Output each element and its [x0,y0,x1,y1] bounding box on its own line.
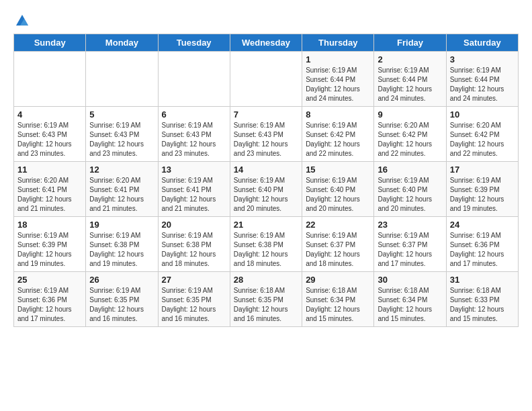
day-number: 9 [378,109,442,120]
calendar-week-row: 18Sunrise: 6:19 AMSunset: 6:39 PMDayligh… [14,217,519,272]
weekday-header: Saturday [446,34,518,52]
day-info: Sunrise: 6:19 AMSunset: 6:40 PMDaylight:… [234,176,298,214]
day-number: 21 [234,220,298,230]
day-info: Sunrise: 6:19 AMSunset: 6:37 PMDaylight:… [306,231,370,269]
calendar-cell: 7Sunrise: 6:19 AMSunset: 6:43 PMDaylight… [230,107,302,162]
page: SundayMondayTuesdayWednesdayThursdayFrid… [0,0,532,334]
day-info: Sunrise: 6:19 AMSunset: 6:40 PMDaylight:… [378,176,442,214]
day-number: 12 [89,165,154,175]
calendar-cell: 15Sunrise: 6:19 AMSunset: 6:40 PMDayligh… [302,162,374,217]
day-number: 10 [450,109,515,120]
day-info: Sunrise: 6:19 AMSunset: 6:36 PMDaylight:… [17,286,82,324]
weekday-header-row: SundayMondayTuesdayWednesdayThursdayFrid… [14,34,519,52]
calendar-cell: 30Sunrise: 6:18 AMSunset: 6:34 PMDayligh… [374,272,446,327]
day-number: 28 [234,275,298,285]
day-info: Sunrise: 6:19 AMSunset: 6:36 PMDaylight:… [450,231,515,269]
calendar-cell: 24Sunrise: 6:19 AMSunset: 6:36 PMDayligh… [446,217,518,272]
day-info: Sunrise: 6:19 AMSunset: 6:37 PMDaylight:… [378,231,442,269]
weekday-header: Sunday [14,34,86,52]
day-info: Sunrise: 6:19 AMSunset: 6:43 PMDaylight:… [17,121,82,158]
calendar-table: SundayMondayTuesdayWednesdayThursdayFrid… [13,34,519,327]
calendar-cell: 27Sunrise: 6:19 AMSunset: 6:35 PMDayligh… [158,272,230,327]
day-info: Sunrise: 6:19 AMSunset: 6:44 PMDaylight:… [306,66,370,103]
day-number: 18 [17,220,82,230]
day-number: 1 [306,54,370,64]
day-info: Sunrise: 6:18 AMSunset: 6:34 PMDaylight:… [306,286,370,324]
day-number: 3 [450,54,515,64]
day-info: Sunrise: 6:18 AMSunset: 6:34 PMDaylight:… [378,286,442,324]
calendar-cell: 19Sunrise: 6:19 AMSunset: 6:38 PMDayligh… [86,217,158,272]
day-info: Sunrise: 6:19 AMSunset: 6:44 PMDaylight:… [450,66,515,103]
calendar-week-row: 11Sunrise: 6:20 AMSunset: 6:41 PMDayligh… [14,162,519,217]
day-number: 22 [306,220,370,230]
day-number: 27 [162,275,226,285]
calendar-cell: 6Sunrise: 6:19 AMSunset: 6:43 PMDaylight… [158,107,230,162]
day-number: 25 [17,275,82,285]
calendar-cell: 20Sunrise: 6:19 AMSunset: 6:38 PMDayligh… [158,217,230,272]
day-number: 17 [450,165,515,175]
day-number: 19 [89,220,154,230]
weekday-header: Monday [86,34,158,52]
calendar-cell: 8Sunrise: 6:19 AMSunset: 6:42 PMDaylight… [302,107,374,162]
day-number: 15 [306,165,370,175]
day-number: 2 [378,54,442,64]
calendar-cell: 25Sunrise: 6:19 AMSunset: 6:36 PMDayligh… [14,272,86,327]
day-number: 26 [89,275,154,285]
day-info: Sunrise: 6:19 AMSunset: 6:40 PMDaylight:… [306,176,370,214]
calendar-cell [14,52,86,107]
calendar-cell: 22Sunrise: 6:19 AMSunset: 6:37 PMDayligh… [302,217,374,272]
calendar-cell: 26Sunrise: 6:19 AMSunset: 6:35 PMDayligh… [86,272,158,327]
day-info: Sunrise: 6:19 AMSunset: 6:35 PMDaylight:… [162,286,226,324]
calendar-cell [230,52,302,107]
day-info: Sunrise: 6:19 AMSunset: 6:44 PMDaylight:… [378,66,442,103]
calendar-cell: 12Sunrise: 6:20 AMSunset: 6:41 PMDayligh… [86,162,158,217]
day-info: Sunrise: 6:19 AMSunset: 6:39 PMDaylight:… [17,231,82,269]
day-info: Sunrise: 6:19 AMSunset: 6:35 PMDaylight:… [89,286,154,324]
calendar-cell: 9Sunrise: 6:20 AMSunset: 6:42 PMDaylight… [374,107,446,162]
day-info: Sunrise: 6:19 AMSunset: 6:38 PMDaylight:… [89,231,154,269]
calendar-week-row: 25Sunrise: 6:19 AMSunset: 6:36 PMDayligh… [14,272,519,327]
day-number: 8 [306,109,370,120]
calendar-cell: 5Sunrise: 6:19 AMSunset: 6:43 PMDaylight… [86,107,158,162]
weekday-header: Thursday [302,34,374,52]
day-info: Sunrise: 6:19 AMSunset: 6:43 PMDaylight:… [234,121,298,158]
calendar-cell: 1Sunrise: 6:19 AMSunset: 6:44 PMDaylight… [302,52,374,107]
day-info: Sunrise: 6:20 AMSunset: 6:41 PMDaylight:… [17,176,82,214]
day-info: Sunrise: 6:19 AMSunset: 6:38 PMDaylight:… [234,231,298,269]
calendar-week-row: 1Sunrise: 6:19 AMSunset: 6:44 PMDaylight… [14,52,519,107]
day-info: Sunrise: 6:20 AMSunset: 6:41 PMDaylight:… [89,176,154,214]
day-info: Sunrise: 6:18 AMSunset: 6:35 PMDaylight:… [234,286,298,324]
logo [13,13,30,28]
calendar-cell: 29Sunrise: 6:18 AMSunset: 6:34 PMDayligh… [302,272,374,327]
logo-icon [15,13,30,28]
weekday-header: Tuesday [158,34,230,52]
day-info: Sunrise: 6:20 AMSunset: 6:42 PMDaylight:… [378,121,442,158]
day-number: 7 [234,109,298,120]
day-number: 31 [450,275,515,285]
header [13,11,519,28]
day-number: 4 [17,109,82,120]
day-number: 11 [17,165,82,175]
day-info: Sunrise: 6:19 AMSunset: 6:39 PMDaylight:… [450,176,515,214]
calendar-cell [86,52,158,107]
day-info: Sunrise: 6:20 AMSunset: 6:42 PMDaylight:… [450,121,515,158]
day-info: Sunrise: 6:19 AMSunset: 6:38 PMDaylight:… [162,231,226,269]
day-number: 14 [234,165,298,175]
day-number: 24 [450,220,515,230]
day-number: 5 [89,109,154,120]
day-number: 30 [378,275,442,285]
calendar-cell: 2Sunrise: 6:19 AMSunset: 6:44 PMDaylight… [374,52,446,107]
calendar-cell: 11Sunrise: 6:20 AMSunset: 6:41 PMDayligh… [14,162,86,217]
calendar-cell: 14Sunrise: 6:19 AMSunset: 6:40 PMDayligh… [230,162,302,217]
weekday-header: Friday [374,34,446,52]
calendar-week-row: 4Sunrise: 6:19 AMSunset: 6:43 PMDaylight… [14,107,519,162]
day-number: 29 [306,275,370,285]
calendar-cell: 16Sunrise: 6:19 AMSunset: 6:40 PMDayligh… [374,162,446,217]
weekday-header: Wednesday [230,34,302,52]
calendar-cell: 3Sunrise: 6:19 AMSunset: 6:44 PMDaylight… [446,52,518,107]
calendar-cell: 18Sunrise: 6:19 AMSunset: 6:39 PMDayligh… [14,217,86,272]
calendar-cell [158,52,230,107]
day-number: 6 [162,109,226,120]
calendar-cell: 13Sunrise: 6:19 AMSunset: 6:41 PMDayligh… [158,162,230,217]
calendar-cell: 28Sunrise: 6:18 AMSunset: 6:35 PMDayligh… [230,272,302,327]
